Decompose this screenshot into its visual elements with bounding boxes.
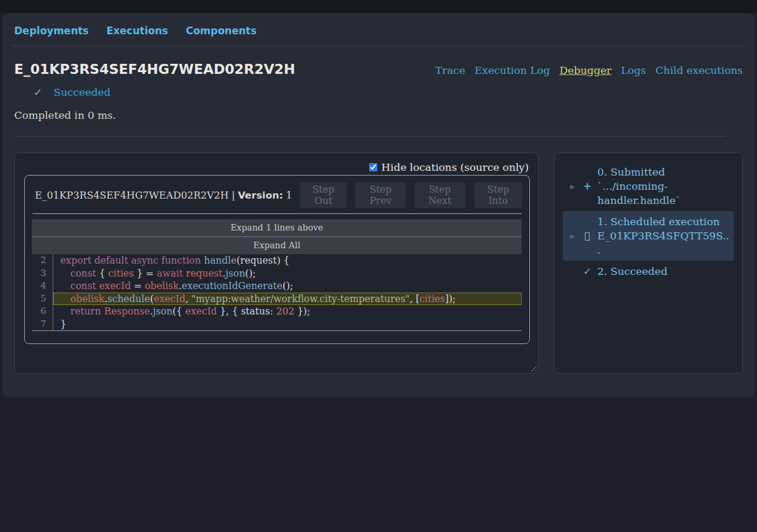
- hide-locations-checkbox[interactable]: [369, 163, 377, 171]
- code-text: export default async function handle(req…: [53, 254, 522, 267]
- code-header-divider: [33, 213, 522, 214]
- code-text-highlighted: obelisk.schedule(execId, "myapp:weather/…: [53, 293, 522, 306]
- code-text: const { cities } = await request.json();: [53, 267, 522, 280]
- expander-triangle-icon[interactable]: ▶: [568, 233, 577, 239]
- step-into-button[interactable]: Step Into: [474, 182, 522, 208]
- code-body: Expand 1 lines above Expand All 2export …: [32, 219, 522, 331]
- code-text: }: [53, 318, 522, 331]
- top-strip: [0, 0, 757, 13]
- execution-links: Trace Execution Log Debugger Logs Child …: [435, 64, 743, 76]
- hide-locations-row: Hide locations (source only): [15, 153, 538, 172]
- step-prev-button[interactable]: Step Prev: [355, 182, 405, 208]
- step-out-button[interactable]: Step Out: [300, 182, 347, 208]
- step-buttons: Step Out Step Prev Step Next Step Into: [300, 182, 522, 208]
- link-debugger[interactable]: Debugger: [559, 64, 612, 76]
- code-line: 4const execId = obelisk.executionIdGener…: [32, 280, 522, 293]
- line-number: 7: [32, 318, 53, 331]
- link-child-executions[interactable]: Child executions: [655, 64, 743, 76]
- hide-locations-label: Hide locations (source only): [381, 161, 529, 173]
- code-line: 6return Response.json({ execId }, { stat…: [32, 305, 522, 318]
- line-number: 3: [32, 267, 53, 280]
- line-number: 6: [32, 305, 53, 318]
- event-item[interactable]: ▶1. Scheduled execution E_01KP3RS4SFQTT5…: [563, 211, 734, 261]
- nav-item-deployments[interactable]: Deployments: [14, 25, 89, 37]
- events-card: ▶+0. Submitted `.../incoming-handler.han…: [554, 153, 743, 374]
- code-line: 2export default async function handle(re…: [32, 254, 522, 267]
- nav-item-components[interactable]: Components: [186, 25, 257, 37]
- plus-icon: +: [582, 180, 593, 192]
- header-separator: |: [232, 190, 235, 201]
- expander-triangle-icon[interactable]: ▶: [568, 183, 577, 190]
- divider: [14, 136, 726, 137]
- line-number: 2: [32, 254, 53, 267]
- main-panel: Deployments Executions Components E_01KP…: [2, 13, 755, 397]
- header-row: E_01KP3RS4SEF4HG7WEAD02R2V2H Trace Execu…: [12, 61, 745, 77]
- nav-item-executions[interactable]: Executions: [106, 25, 168, 37]
- code-panel: E_01KP3RS4SEF4HG7WEAD02R2V2H | Version: …: [24, 175, 530, 344]
- check-icon: ✓: [582, 265, 593, 277]
- link-trace[interactable]: Trace: [435, 64, 465, 76]
- unknown-glyph-icon: [582, 231, 593, 242]
- expand-above-button[interactable]: Expand 1 lines above: [32, 219, 522, 237]
- execution-id: E_01KP3RS4SEF4HG7WEAD02R2V2H: [35, 190, 229, 201]
- event-label: 2. Succeeded: [597, 264, 668, 278]
- check-icon: ✓: [34, 86, 43, 98]
- status-row: ✓ Succeeded: [12, 86, 745, 98]
- code-text: const execId = obelisk.executionIdGenera…: [53, 280, 522, 293]
- expand-all-button[interactable]: Expand All: [32, 237, 522, 254]
- top-nav: Deployments Executions Components: [12, 13, 745, 46]
- version-label: Version:: [238, 190, 283, 201]
- code-line: 5obelisk.schedule(execId, "myapp:weather…: [32, 293, 522, 306]
- link-execution-log[interactable]: Execution Log: [475, 64, 550, 76]
- code-line: 3const { cities } = await request.json()…: [32, 267, 522, 280]
- event-label: 1. Scheduled execution E_01KP3RS4SFQTT59…: [597, 215, 729, 257]
- code-text: return Response.json({ execId }, { statu…: [53, 305, 522, 318]
- step-next-button[interactable]: Step Next: [415, 182, 465, 208]
- code-line: 7}: [32, 318, 522, 331]
- status-badge: Succeeded: [54, 86, 111, 98]
- resize-grip[interactable]: [529, 364, 536, 371]
- line-number: 5: [32, 293, 53, 306]
- code-lines: 2export default async function handle(re…: [32, 254, 522, 331]
- content-area: Hide locations (source only) E_01KP3RS4S…: [12, 153, 745, 374]
- line-number: 4: [32, 280, 53, 293]
- link-logs[interactable]: Logs: [621, 64, 646, 76]
- event-list: ▶+0. Submitted `.../incoming-handler.han…: [555, 153, 742, 290]
- event-item[interactable]: ✓2. Succeeded: [563, 261, 734, 282]
- code-panel-header: E_01KP3RS4SEF4HG7WEAD02R2V2H | Version: …: [25, 176, 529, 213]
- debugger-card: Hide locations (source only) E_01KP3RS4S…: [14, 153, 539, 374]
- version-value: 1: [286, 190, 293, 201]
- event-label: 0. Submitted `.../incoming-handler.handl…: [597, 165, 729, 207]
- completed-text: Completed in 0 ms.: [12, 109, 745, 121]
- page-title: E_01KP3RS4SEF4HG7WEAD02R2V2H: [14, 61, 295, 77]
- event-item[interactable]: ▶+0. Submitted `.../incoming-handler.han…: [563, 161, 734, 211]
